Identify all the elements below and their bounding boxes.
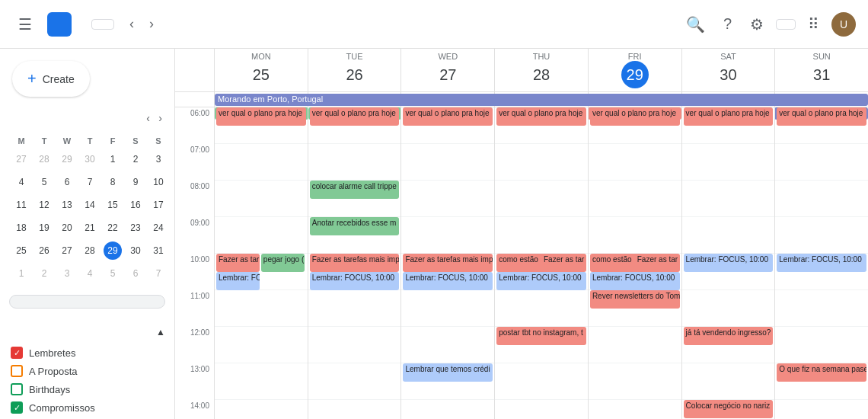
calendar-item[interactable]: ✓Compromissos — [9, 398, 165, 417]
mini-cal-day[interactable]: 10 — [148, 171, 169, 193]
next-arrow[interactable]: › — [143, 13, 160, 35]
mini-cal-next[interactable]: › — [155, 109, 165, 127]
event-block[interactable]: postar tbt no instagram, t — [496, 327, 586, 345]
calendar-item[interactable]: A Proposta — [9, 362, 165, 380]
event-block[interactable]: Fazer as tar — [541, 254, 585, 272]
mini-cal-day[interactable]: 4 — [79, 263, 101, 284]
event-block[interactable]: Lembrar: FOCUS, 10:00 — [310, 272, 400, 290]
event-block[interactable]: ver qual o plano pra hoje — [403, 107, 493, 126]
mini-cal-day[interactable]: 20 — [56, 217, 78, 238]
mini-cal-day[interactable]: 2 — [34, 263, 55, 284]
event-block[interactable]: colocar alarme call trippe — [310, 181, 400, 199]
all-day-event[interactable]: Morando em Porto, Portugal — [215, 94, 868, 106]
day-col-header-tue[interactable]: TUE26 — [308, 49, 402, 91]
mini-cal-day[interactable]: 17 — [148, 194, 169, 216]
day-col-header-wed[interactable]: WED27 — [401, 49, 495, 91]
avatar[interactable]: U — [831, 12, 856, 37]
calendar-checkbox[interactable] — [11, 383, 23, 395]
mini-cal-day[interactable]: 30 — [79, 149, 101, 170]
mini-cal-day[interactable]: 15 — [102, 194, 123, 216]
event-block[interactable]: ver qual o plano pra hoje — [216, 107, 306, 126]
mini-cal-day[interactable]: 27 — [56, 240, 78, 261]
mini-cal-day[interactable]: 18 — [11, 217, 32, 238]
event-block[interactable]: Lembrar: FOCUS, 10:00 — [216, 272, 260, 290]
my-calendars-header[interactable]: ▲ — [9, 324, 165, 341]
mini-cal-day[interactable]: 7 — [148, 263, 169, 284]
mini-cal-day[interactable]: 3 — [56, 263, 78, 284]
today-button[interactable] — [91, 19, 114, 30]
event-block[interactable]: Lembrar: FOCUS, 10:00 — [684, 254, 774, 272]
mini-cal-day[interactable]: 24 — [148, 217, 169, 238]
event-block[interactable]: Colocar negócio no nariz — [684, 400, 774, 418]
event-block[interactable]: Lembrar: FOCUS, 10:00 — [403, 272, 493, 290]
apps-icon[interactable]: ⠿ — [802, 9, 825, 40]
day-col-header-sun[interactable]: SUN31 — [775, 49, 868, 91]
event-block[interactable]: O que fiz na semana pase — [777, 363, 866, 382]
day-col-header-mon[interactable]: MON25 — [215, 49, 308, 91]
mini-cal-day[interactable]: 28 — [34, 149, 55, 170]
search-people-input[interactable] — [9, 295, 165, 309]
mini-cal-day[interactable]: 29 — [102, 240, 123, 261]
event-block[interactable]: ver qual o plano pra hoje — [684, 107, 774, 126]
calendar-checkbox[interactable] — [11, 365, 23, 377]
day-col-header-fri[interactable]: FRI29 — [589, 49, 682, 91]
help-icon[interactable]: ? — [717, 9, 738, 39]
mini-cal-day[interactable]: 8 — [102, 171, 123, 193]
calendar-checkbox[interactable]: ✓ — [11, 401, 23, 414]
mini-cal-day[interactable]: 31 — [148, 240, 169, 261]
mini-cal-day[interactable]: 3 — [148, 149, 169, 170]
event-block[interactable]: já tá vendendo ingresso? — [684, 327, 774, 345]
calendar-item[interactable]: Birthdays — [9, 380, 165, 398]
mini-cal-day[interactable]: 12 — [34, 194, 55, 216]
mini-cal-day[interactable]: 30 — [125, 240, 146, 261]
event-block[interactable]: ver qual o plano pra hoje — [590, 107, 680, 126]
mini-cal-day[interactable]: 6 — [125, 263, 146, 284]
event-block[interactable]: Lembrar que temos crédi — [403, 363, 493, 382]
calendar-checkbox[interactable]: ✓ — [11, 347, 23, 359]
mini-cal-day[interactable]: 21 — [79, 217, 101, 238]
view-selector[interactable] — [776, 19, 796, 30]
event-block[interactable]: pegar jogo ( — [261, 254, 305, 272]
event-block[interactable]: Lembrar: FOCUS, 10:00 — [496, 272, 586, 290]
prev-arrow[interactable]: ‹ — [123, 13, 140, 35]
event-block[interactable]: ver qual o plano pra hoje — [777, 107, 866, 126]
mini-cal-day[interactable]: 13 — [56, 194, 78, 216]
event-block[interactable]: Anotar recebidos esse m — [310, 217, 400, 235]
mini-cal-day[interactable]: 27 — [11, 149, 32, 170]
event-block[interactable]: Lembrar: FOCUS, 10:00 — [590, 272, 680, 290]
event-block[interactable]: Fazer as tar — [635, 254, 678, 272]
event-block[interactable]: Fazer as tarefas mais imp — [403, 254, 493, 272]
mini-cal-day[interactable]: 2 — [125, 149, 146, 170]
mini-cal-day[interactable]: 22 — [102, 217, 123, 238]
calendar-item[interactable]: ✓Lembretes — [9, 344, 165, 362]
mini-cal-day[interactable]: 29 — [56, 149, 78, 170]
mini-cal-day[interactable]: 11 — [11, 194, 32, 216]
day-col-header-thu[interactable]: THU28 — [495, 49, 589, 91]
mini-cal-day[interactable]: 1 — [11, 263, 32, 284]
mini-cal-prev[interactable]: ‹ — [143, 109, 153, 127]
mini-cal-day[interactable]: 23 — [125, 217, 146, 238]
day-col-header-sat[interactable]: SAT30 — [682, 49, 776, 91]
event-block[interactable]: Fazer as tar — [216, 254, 260, 272]
mini-cal-day[interactable]: 6 — [56, 171, 78, 193]
mini-cal-day[interactable]: 4 — [11, 171, 32, 193]
mini-cal-day[interactable]: 26 — [34, 240, 55, 261]
mini-cal-day[interactable]: 28 — [79, 240, 101, 261]
mini-cal-day[interactable]: 19 — [34, 217, 55, 238]
create-button[interactable]: + Create — [12, 61, 90, 97]
mini-cal-day[interactable]: 14 — [79, 194, 101, 216]
mini-cal-day[interactable]: 7 — [79, 171, 101, 193]
mini-cal-day[interactable]: 5 — [34, 171, 55, 193]
mini-cal-day[interactable]: 16 — [125, 194, 146, 216]
event-block[interactable]: ver qual o plano pra hoje — [496, 107, 586, 126]
mini-cal-day[interactable]: 25 — [11, 240, 32, 261]
settings-icon[interactable]: ⚙ — [744, 9, 770, 40]
event-block[interactable]: Rever newsletters do Tom — [590, 290, 680, 309]
event-block[interactable]: Lembrar: FOCUS, 10:00 — [777, 254, 866, 272]
mini-cal-day[interactable]: 5 — [102, 263, 123, 284]
event-block[interactable]: Fazer as tarefas mais imp — [310, 254, 400, 272]
mini-cal-day[interactable]: 9 — [125, 171, 146, 193]
search-icon[interactable]: 🔍 — [680, 9, 711, 40]
mini-cal-day[interactable]: 1 — [102, 149, 123, 170]
event-block[interactable]: ver qual o plano pra hoje — [310, 107, 400, 126]
